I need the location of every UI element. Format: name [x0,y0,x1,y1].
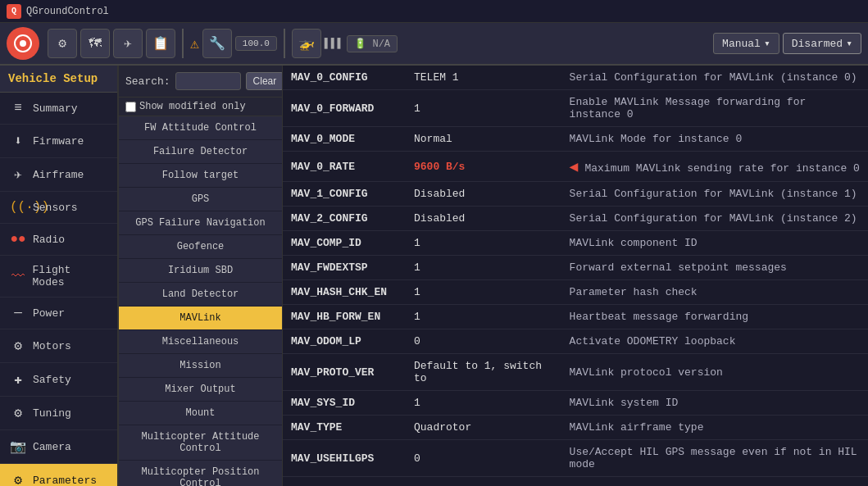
sidebar-item-label: Tuning [33,407,71,420]
table-row[interactable]: MAV_HB_FORW_EN1Heartbeat message forward… [283,305,868,329]
category-item[interactable]: Geofence [119,235,282,259]
table-row[interactable]: MAV_ODOM_LP0Activate ODOMETRY loopback [283,329,868,354]
param-desc: Activate ODOMETRY loopback [561,329,868,354]
flight-mode-dropdown[interactable]: Manual ▾ [713,33,779,54]
param-value[interactable]: 1 [406,391,561,416]
category-item[interactable]: GPS Failure Navigation [119,211,282,235]
category-item[interactable]: Mixer Output [119,378,282,402]
tools-button[interactable]: 🔧 [202,29,232,58]
table-row[interactable]: MAV_HASH_CHK_EN1Parameter hash check [283,280,868,305]
sidebar-item-sensors[interactable]: ((·)) Sensors [0,192,117,224]
sidebar-item-tuning[interactable]: ⚙ Tuning [0,397,117,430]
table-row[interactable]: MAV_1_CONFIGDisabledSerial Configuration… [283,182,868,207]
log-button[interactable]: 📋 [146,29,175,58]
param-name: MAV_COMP_ID [283,231,406,256]
category-item[interactable]: Failure Detector [119,140,282,164]
toolbar-logo[interactable] [7,27,39,60]
param-value[interactable]: 0 [406,440,561,477]
send-button[interactable]: ✈ [113,29,143,58]
param-desc: MAVLink component ID [561,231,868,256]
table-row[interactable]: MAV_SYS_ID1MAVLink system ID [283,391,868,416]
category-item[interactable]: Iridium SBD [119,259,282,283]
category-item[interactable]: Land Detector [119,283,282,307]
table-row[interactable]: MAV_FWDEXTSP1Forward external setpoint m… [283,256,868,280]
param-name: MAV_ODOM_LP [283,329,406,354]
param-desc: MAVLink system ID [561,391,868,416]
toolbar-divider-2 [284,29,285,58]
table-row[interactable]: MAV_USEHILGPS0Use/Accept HIL GPS message… [283,440,868,477]
param-name: MAV_0_MODE [283,127,406,152]
sidebar-item-summary[interactable]: ≡ Summary [0,93,117,125]
sidebar-item-airframe[interactable]: ✈ Airframe [0,158,117,192]
sensors-icon: ((·)) [10,200,26,215]
category-item[interactable]: Multicopter Attitude Control [119,425,282,461]
category-item[interactable]: Mission [119,354,282,378]
category-item[interactable]: Follow target [119,164,282,188]
category-item[interactable]: MAVLink [119,307,282,330]
table-row[interactable]: MAV_PROTO_VERDefault to 1, switch toMAVL… [283,354,868,391]
sidebar-item-label: Safety [33,374,71,386]
sidebar-item-firmware[interactable]: ⬇ Firmware [0,125,117,158]
param-desc: Use/Accept HIL GPS message even if not i… [561,440,868,477]
table-row[interactable]: MAV_0_MODENormalMAVLink Mode for instanc… [283,127,868,152]
param-name: MAV_FWDEXTSP [283,256,406,280]
param-value[interactable]: 0 [406,329,561,354]
param-name: MAV_0_RATE [283,152,406,182]
radio-icon: ●● [10,232,26,247]
safety-icon: ✚ [10,371,26,388]
param-value[interactable]: 1 [406,90,561,127]
table-row[interactable]: MAV_0_RATE9600 B/s◀Maximum MAVLink sendi… [283,152,868,182]
param-value[interactable]: Default to 1, switch to [406,354,561,391]
arm-status-dropdown[interactable]: Disarmed ▾ [783,33,861,54]
clear-button[interactable]: Clear [246,72,283,90]
battery-indicator: 🔋 N/A [347,35,398,52]
map-button[interactable]: 🗺 [80,29,110,58]
sidebar-item-safety[interactable]: ✚ Safety [0,363,117,397]
param-desc: Serial Configuration for MAVLink (instan… [561,207,868,231]
search-input[interactable] [175,72,241,90]
table-row[interactable]: MAV_TYPEQuadrotorMAVLink airframe type [283,416,868,440]
category-item[interactable]: Mount [119,402,282,425]
table-row[interactable]: MAV_COMP_ID1MAVLink component ID [283,231,868,256]
param-value[interactable]: Disabled [406,182,561,207]
sidebar-item-camera[interactable]: 📷 Camera [0,430,117,464]
sidebar-item-radio[interactable]: ●● Radio [0,224,117,256]
settings-button[interactable]: ⚙ [48,29,77,58]
param-value[interactable]: Disabled [406,207,561,231]
param-value[interactable]: 1 [406,231,561,256]
param-value[interactable]: 1 [406,256,561,280]
param-value[interactable]: Normal [406,127,561,152]
sidebar-item-label: Motors [33,340,71,352]
sidebar-item-label: Firmware [33,135,84,148]
sidebar-item-label: Parameters [33,475,97,487]
params-table: MAV_0_CONFIGTELEM 1Serial Configuration … [283,66,868,477]
category-item[interactable]: Multicopter Position Control [119,461,282,486]
table-row[interactable]: MAV_0_FORWARD1Enable MAVLink Message for… [283,90,868,127]
sidebar-item-motors[interactable]: ⚙ Motors [0,329,117,363]
param-value[interactable]: Quadrotor [406,416,561,440]
airframe-icon: ✈ [10,166,26,183]
param-value[interactable]: TELEM 1 [406,66,561,90]
sidebar-item-parameters[interactable]: ⚙ Parameters [0,464,117,486]
firmware-icon: ⬇ [10,133,26,149]
signal-bars: ▌▌▌ [325,38,343,50]
sidebar-item-power[interactable]: — Power [0,298,117,329]
param-value[interactable]: 1 [406,280,561,305]
category-item[interactable]: Miscellaneous [119,330,282,354]
show-modified-checkbox[interactable] [125,102,136,112]
power-icon: — [10,306,26,320]
sidebar-item-label: Flight Modes [33,264,107,288]
motors-icon: ⚙ [10,338,26,354]
category-item[interactable]: FW Attitude Control [119,116,282,140]
param-desc: Serial Configuration for MAVLink (instan… [561,182,868,207]
table-row[interactable]: MAV_0_CONFIGTELEM 1Serial Configuration … [283,66,868,90]
parameters-icon: ⚙ [10,472,26,486]
drone-icon[interactable]: 🚁 [292,29,321,58]
param-value[interactable]: 9600 B/s [406,152,561,182]
category-item[interactable]: GPS [119,188,282,211]
param-desc: MAVLink protocol version [561,354,868,391]
sidebar-item-flight-modes[interactable]: 〰 Flight Modes [0,256,117,298]
param-value[interactable]: 1 [406,305,561,329]
table-row[interactable]: MAV_2_CONFIGDisabledSerial Configuration… [283,207,868,231]
camera-icon: 📷 [10,438,26,455]
